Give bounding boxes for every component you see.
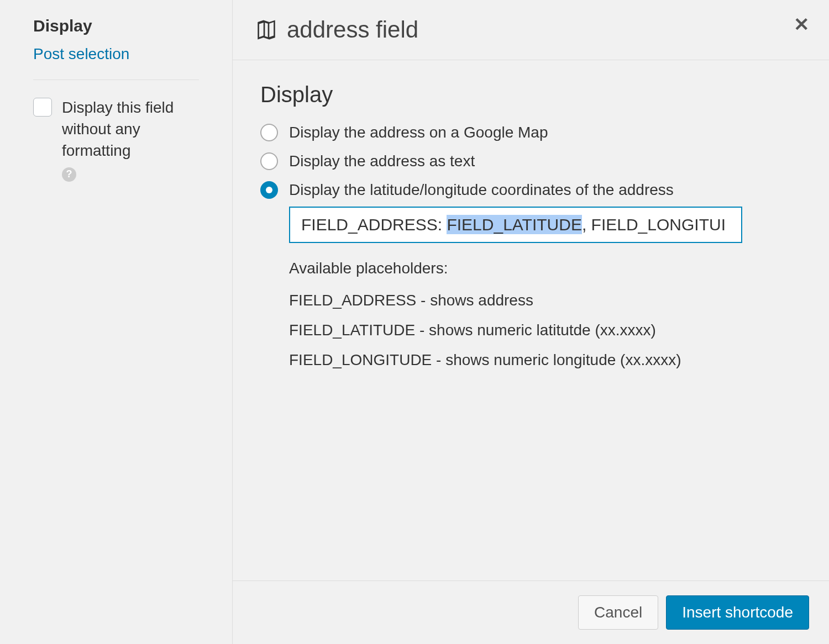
sidebar-section-title: Display bbox=[33, 17, 199, 35]
placeholder-item: FIELD_LATITUDE - shows numeric latitutde… bbox=[289, 321, 801, 339]
sidebar: Display Post selection Display this fiel… bbox=[0, 0, 232, 644]
format-input[interactable]: FIELD_ADDRESS: FIELD_LATITUDE, FIELD_LON… bbox=[289, 207, 742, 243]
no-formatting-checkbox[interactable] bbox=[33, 98, 52, 117]
format-selection: FIELD_LATITUDE bbox=[447, 215, 582, 234]
insert-shortcode-button[interactable]: Insert shortcode bbox=[666, 595, 809, 630]
dialog-content: Display Display the address on a Google … bbox=[233, 60, 829, 580]
dialog-title: address field bbox=[287, 17, 418, 43]
placeholder-item: FIELD_ADDRESS - shows address bbox=[289, 292, 801, 309]
help-icon[interactable]: ? bbox=[62, 167, 76, 182]
placeholder-item: FIELD_LONGITUDE - shows numeric longitud… bbox=[289, 351, 801, 369]
placeholders-title: Available placeholders: bbox=[289, 260, 801, 277]
no-formatting-label: Display this field without any formattin… bbox=[62, 97, 199, 162]
dialog-header: address field ✕ bbox=[233, 0, 829, 60]
radio-as-text-label: Display the address as text bbox=[289, 152, 475, 170]
format-prefix: FIELD_ADDRESS: bbox=[301, 215, 447, 234]
radio-as-text[interactable] bbox=[260, 152, 278, 170]
sidebar-link-post-selection[interactable]: Post selection bbox=[33, 45, 199, 63]
dialog-footer: Cancel Insert shortcode bbox=[233, 580, 829, 644]
main-panel: address field ✕ Display Display the addr… bbox=[232, 0, 829, 644]
cancel-button[interactable]: Cancel bbox=[578, 595, 658, 630]
map-icon bbox=[255, 18, 278, 41]
display-mode-radio-group: Display the address on a Google Map Disp… bbox=[260, 124, 801, 199]
radio-google-map-label: Display the address on a Google Map bbox=[289, 124, 548, 141]
close-icon[interactable]: ✕ bbox=[794, 13, 809, 35]
radio-coordinates-label: Display the latitude/longitude coordinat… bbox=[289, 181, 674, 199]
section-title-display: Display bbox=[260, 82, 801, 107]
radio-coordinates[interactable] bbox=[260, 181, 278, 199]
sidebar-divider bbox=[33, 80, 199, 80]
format-suffix: , FIELD_LONGITUI bbox=[582, 215, 726, 234]
radio-google-map[interactable] bbox=[260, 124, 278, 141]
placeholder-list: FIELD_ADDRESS - shows address FIELD_LATI… bbox=[289, 292, 801, 369]
